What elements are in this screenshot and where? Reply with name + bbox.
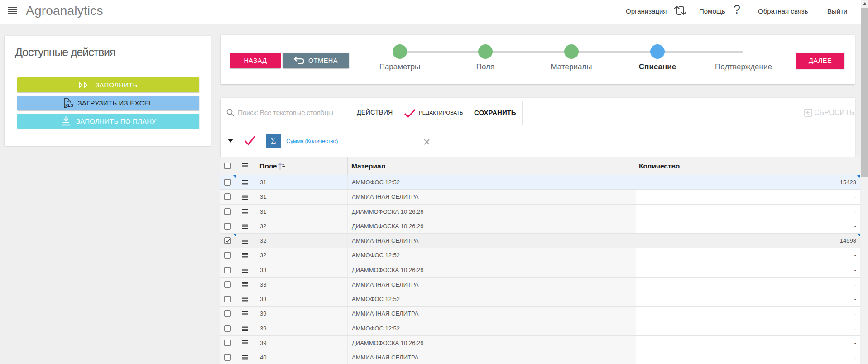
svg-text:XLS: XLS: [65, 103, 73, 108]
